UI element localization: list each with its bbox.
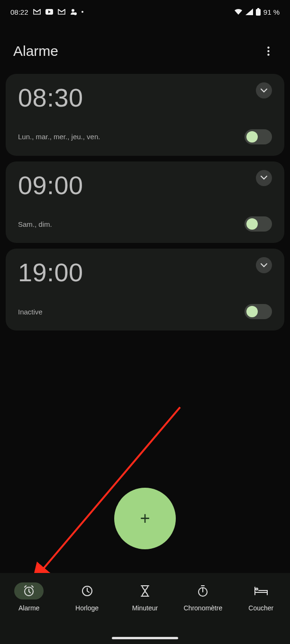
svg-point-2 [74,12,77,15]
alarm-toggle[interactable] [245,216,272,232]
svg-line-8 [42,407,180,571]
chevron-down-icon [261,176,267,180]
gmail-icon [33,9,41,15]
nav-alarme[interactable]: Alarme [3,582,55,612]
status-bar: 08:22 91 % [0,0,290,24]
nav-icon-wrap [130,582,160,599]
nav-label: Alarme [18,604,39,612]
plus-icon: + [140,509,150,528]
bed-icon [254,586,268,596]
hourglass-icon [140,585,150,597]
expand-button[interactable] [256,257,272,273]
alarm-list: 08:30 Lun., mar., mer., jeu., ven. 09:00… [0,74,290,331]
status-left: 08:22 [10,8,83,16]
nav-label: Coucher [248,604,273,612]
svg-point-6 [267,50,269,52]
chevron-down-icon [261,89,267,93]
nav-icon-wrap [72,582,102,599]
nav-minuteur[interactable]: Minuteur [119,582,171,612]
alarm-time[interactable]: 19:00 [18,259,83,286]
alarm-schedule: Inactive [18,308,43,316]
nav-horloge[interactable]: Horloge [61,582,113,612]
alarm-card[interactable]: 19:00 Inactive [6,249,284,331]
more-notif-dot [82,11,83,13]
nav-coucher[interactable]: Coucher [235,582,287,612]
bottom-nav: Alarme Horloge Minuteur Chronomètre Couc… [0,573,290,644]
stopwatch-icon [197,585,209,597]
nav-handle[interactable] [112,637,178,639]
page-header: Alarme [0,24,290,74]
gmail-icon-2 [58,9,65,15]
nav-label: Minuteur [132,604,158,612]
expand-button[interactable] [256,82,272,98]
alarm-card[interactable]: 09:00 Sam., dim. [6,161,284,243]
signal-icon [245,9,253,15]
clock-icon [81,585,93,597]
nav-icon-wrap [246,582,276,599]
status-time: 08:22 [10,8,28,16]
svg-point-5 [267,46,269,48]
svg-rect-4 [256,9,261,16]
person-notif-icon [70,9,77,15]
alarm-time[interactable]: 08:30 [18,84,83,111]
expand-button[interactable] [256,170,272,186]
alarm-card[interactable]: 08:30 Lun., mar., mer., jeu., ven. [6,74,284,156]
battery-pct: 91 % [263,8,280,16]
youtube-icon [45,9,53,15]
svg-point-1 [72,9,74,12]
alarm-schedule: Lun., mar., mer., jeu., ven. [18,133,100,141]
nav-icon-wrap [14,582,44,599]
svg-point-7 [267,54,269,55]
svg-rect-3 [257,8,259,9]
more-vert-icon [267,46,270,56]
add-alarm-fab[interactable]: + [114,488,176,549]
nav-label: Horloge [75,604,99,612]
more-options-button[interactable] [260,43,277,60]
wifi-icon [234,9,243,15]
status-right: 91 % [234,8,280,16]
alarm-toggle[interactable] [245,304,272,319]
battery-icon [256,8,261,16]
alarm-icon [23,585,35,597]
alarm-schedule: Sam., dim. [18,220,52,228]
alarm-time[interactable]: 09:00 [18,172,83,199]
chevron-down-icon [261,263,267,268]
nav-chronometre[interactable]: Chronomètre [177,582,229,612]
annotation-arrow [33,402,190,582]
alarm-toggle[interactable] [245,129,272,144]
page-title: Alarme [13,43,58,59]
nav-icon-wrap [188,582,218,599]
nav-label: Chronomètre [184,604,223,612]
